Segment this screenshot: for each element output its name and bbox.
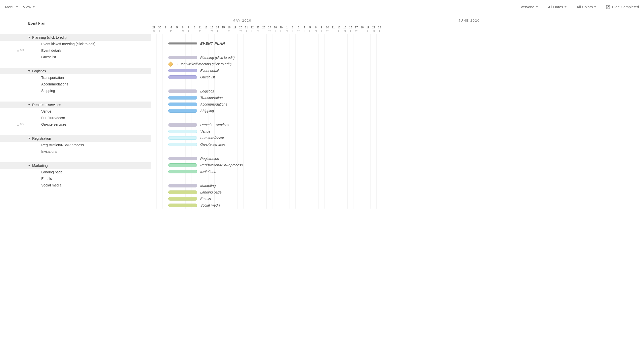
day-column-header: 1M bbox=[284, 24, 290, 34]
task-title: Event kickoff meeting (click to edit) bbox=[41, 42, 95, 46]
chart-task-label: Guest list bbox=[200, 75, 215, 79]
task-bar[interactable] bbox=[168, 143, 197, 146]
day-column-header: 4T bbox=[301, 24, 307, 34]
chart-task-row[interactable]: Landing page bbox=[151, 189, 644, 196]
day-column-header: 18T bbox=[359, 24, 365, 34]
hide-completed-toggle[interactable]: ✔ Hide Completed bbox=[606, 5, 639, 9]
chart-task-row[interactable]: Transportation bbox=[151, 94, 644, 101]
task-title: Event details bbox=[41, 48, 61, 53]
day-column-header: 26T bbox=[261, 24, 267, 34]
chart-task-row[interactable]: Shipping bbox=[151, 108, 644, 114]
task-bar[interactable] bbox=[168, 197, 197, 201]
day-column-header: 13W bbox=[209, 24, 215, 34]
task-bar[interactable] bbox=[168, 130, 197, 133]
chart-task-label: Accommodations bbox=[200, 102, 227, 106]
month-label: JUNE 2020 bbox=[284, 19, 644, 24]
chart-task-label: Emails bbox=[200, 197, 211, 201]
task-row[interactable]: Social media bbox=[0, 182, 151, 188]
group-summary-bar[interactable] bbox=[168, 184, 197, 187]
chart-task-row[interactable]: Registration/RSVP process bbox=[151, 162, 644, 168]
day-column-header: 15M bbox=[342, 24, 348, 34]
collapse-triangle-icon[interactable] bbox=[28, 138, 30, 139]
group-summary-bar[interactable] bbox=[168, 157, 197, 160]
group-summary-bar[interactable] bbox=[168, 89, 197, 93]
chart-task-label: Landing page bbox=[200, 190, 222, 194]
chart-task-row[interactable]: On-site services bbox=[151, 141, 644, 148]
task-title: Transportation bbox=[41, 76, 64, 80]
day-column-header: 5T bbox=[174, 24, 180, 34]
chart-task-row[interactable]: Event details bbox=[151, 67, 644, 74]
chart-group-row[interactable]: Planning (click to edit) bbox=[151, 54, 644, 61]
menu-dropdown[interactable]: Menu bbox=[5, 5, 18, 9]
project-title: Event Plan bbox=[28, 21, 45, 25]
chart-task-label: Registration/RSVP process bbox=[200, 163, 243, 167]
chart-task-label: Venue bbox=[200, 129, 210, 133]
view-dropdown[interactable]: View bbox=[23, 5, 35, 9]
collapse-triangle-icon[interactable] bbox=[28, 104, 30, 106]
filter-all-dates[interactable]: All Dates bbox=[548, 5, 567, 9]
chart-group-row[interactable]: Logistics bbox=[151, 88, 644, 94]
chart-task-row[interactable]: Venue bbox=[151, 128, 644, 135]
day-column-header: 22F bbox=[249, 24, 255, 34]
project-summary-bar[interactable] bbox=[168, 42, 197, 44]
chart-task-row[interactable]: Accommodations bbox=[151, 101, 644, 108]
day-column-header: 6W bbox=[180, 24, 186, 34]
filter-label: All Colors bbox=[577, 5, 593, 9]
chevron-down-icon bbox=[594, 6, 596, 8]
task-bar[interactable] bbox=[168, 103, 197, 106]
collapse-triangle-icon[interactable] bbox=[28, 37, 30, 38]
day-column-header: 11M bbox=[197, 24, 203, 34]
task-bar[interactable] bbox=[168, 75, 197, 79]
day-column-header: 19T bbox=[232, 24, 238, 34]
timeline-panel[interactable]: MAY 2020JUNE 2020 29W30T1F4M5T6W7T8F11M1… bbox=[151, 14, 644, 340]
chart-task-row[interactable]: Invitations bbox=[151, 168, 644, 175]
day-column-header: 18M bbox=[226, 24, 232, 34]
task-title: Furniture/decor bbox=[41, 116, 65, 120]
group-title: Registration bbox=[32, 136, 51, 140]
milestone-diamond-icon[interactable] bbox=[168, 62, 173, 67]
collapse-triangle-icon[interactable] bbox=[28, 70, 30, 72]
day-column-header: 7T bbox=[186, 24, 191, 34]
chart-task-row[interactable]: Furniture/decor bbox=[151, 135, 644, 141]
task-title: Social media bbox=[41, 183, 61, 187]
day-column-header: 10W bbox=[325, 24, 330, 34]
chart-group-row[interactable]: Registration bbox=[151, 155, 644, 162]
task-title: On-site services bbox=[41, 122, 66, 126]
day-column-header: 27W bbox=[267, 24, 272, 34]
task-bar[interactable] bbox=[168, 170, 197, 173]
checklist-badge[interactable]: 0/3 bbox=[17, 49, 24, 52]
chart-group-row[interactable]: Rentals + services bbox=[151, 122, 644, 128]
day-column-header: 9T bbox=[319, 24, 325, 34]
task-title: Shipping bbox=[41, 89, 55, 93]
chart-task-row[interactable]: Emails bbox=[151, 196, 644, 202]
badge-count: 0/3 bbox=[20, 49, 24, 52]
chart-group-label: Registration bbox=[200, 157, 219, 161]
chevron-down-icon bbox=[33, 6, 35, 8]
group-summary-bar[interactable] bbox=[168, 56, 197, 59]
day-column-header: 4M bbox=[168, 24, 174, 34]
task-title: Invitations bbox=[41, 150, 57, 154]
task-bar[interactable] bbox=[168, 136, 197, 140]
task-bar[interactable] bbox=[168, 69, 197, 72]
group-summary-bar[interactable] bbox=[168, 123, 197, 127]
chart-task-row[interactable]: Social media bbox=[151, 202, 644, 209]
chart-project-row[interactable]: EVENT PLAN bbox=[151, 40, 644, 47]
chart-group-row[interactable]: Marketing bbox=[151, 182, 644, 189]
task-bar[interactable] bbox=[168, 109, 197, 113]
task-bar[interactable] bbox=[168, 163, 197, 167]
checklist-badge[interactable]: 0/5 bbox=[17, 123, 24, 126]
chart-task-label: Event details bbox=[200, 69, 220, 73]
day-column-header: 8F bbox=[191, 24, 197, 34]
task-bar[interactable] bbox=[168, 190, 197, 194]
checklist-icon bbox=[17, 124, 19, 124]
collapse-triangle-icon[interactable] bbox=[28, 165, 30, 166]
filter-everyone[interactable]: Everyone bbox=[518, 5, 538, 9]
task-bar[interactable] bbox=[168, 96, 197, 100]
chart-task-row[interactable]: Event kickoff meeting (click to edit) bbox=[151, 61, 644, 67]
day-column-header: 21T bbox=[244, 24, 249, 34]
day-column-header: 5F bbox=[307, 24, 313, 34]
filter-all-colors[interactable]: All Colors bbox=[577, 5, 596, 9]
task-bar[interactable] bbox=[168, 204, 197, 207]
chart-task-row[interactable]: Guest list bbox=[151, 74, 644, 80]
filter-label: Everyone bbox=[518, 5, 534, 9]
